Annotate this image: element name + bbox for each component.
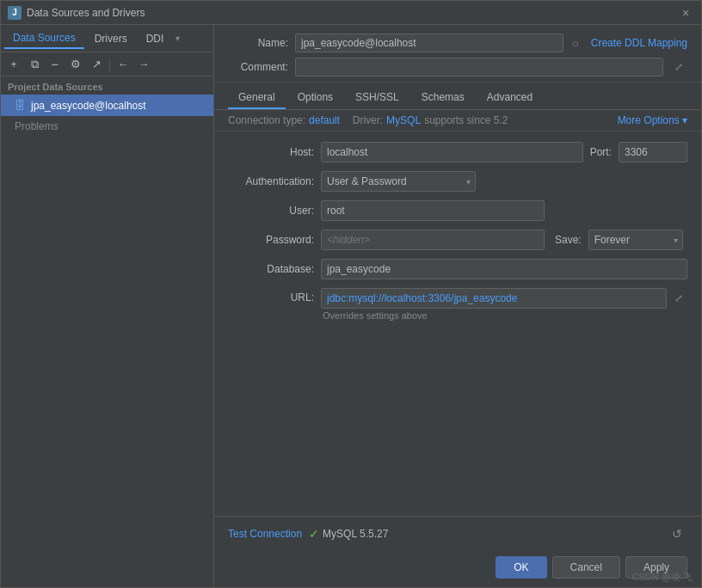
test-connection-status: ✓ MySQL 5.5.27 [309,527,388,541]
tab-options[interactable]: Options [287,87,343,109]
export-button[interactable]: ↗ [87,55,106,74]
bottom-bar: Test Connection ✓ MySQL 5.5.27 ↺ [214,516,701,551]
database-input[interactable] [321,259,687,279]
comment-row: Comment: ⤢ [228,58,687,77]
sidebar-toolbar: + ⧉ − ⚙ ↗ ← → [1,52,213,77]
save-select-wrap: Forever Until restart Never ▾ [588,230,683,250]
copy-datasource-button[interactable]: ⧉ [25,55,44,74]
tab-advanced[interactable]: Advanced [477,87,543,109]
tab-ssh-ssl[interactable]: SSH/SSL [345,87,410,109]
tabs-bar: General Options SSH/SSL Schemas Advanced [214,83,701,110]
watermark: CSDN @凌 飞 [632,571,693,584]
refresh-button[interactable]: ↺ [667,524,687,544]
sidebar-tab-ddl[interactable]: DDI [138,29,173,48]
comment-label: Comment: [228,61,288,73]
url-hint: Overrides settings above [321,310,687,321]
auth-row: Authentication: User & Password No auth … [228,171,687,192]
auth-label: Authentication: [228,175,314,187]
url-label: URL: [228,288,314,303]
more-options-link[interactable]: More Options ▾ [618,114,687,126]
driver-prefix: Driver: [353,114,383,126]
close-button[interactable]: × [677,4,694,21]
back-button[interactable]: ← [114,55,132,74]
dialog-container: J Data Sources and Drivers × Data Source… [0,0,702,588]
test-connection-link[interactable]: Test Connection [228,528,302,540]
project-data-sources-label: Project Data Sources [1,77,213,95]
user-row: User: [228,200,687,221]
user-label: User: [228,205,314,217]
right-panel: Name: ○ Create DDL Mapping Comment: ⤢ Ge… [214,25,701,587]
connection-type-link[interactable]: default [309,114,340,126]
driver-desc: supports since 5.2 [424,114,508,126]
dialog-footer: OK Cancel Apply [214,551,701,587]
host-input[interactable] [321,142,583,162]
host-port-group: Port: [321,142,687,162]
url-input-inner: ⤢ [321,288,687,309]
connection-info-bar: Connection type: default Driver: MySQL s… [214,110,701,132]
comment-input[interactable] [295,58,663,77]
password-label: Password: [228,234,314,246]
url-row: URL: ⤢ Overrides settings above [228,288,687,321]
driver-name-link[interactable]: MySQL [386,114,421,126]
form-area: Host: Port: Authentication: User & Passw… [214,132,701,516]
url-input[interactable] [321,288,667,309]
title-bar-text: Data Sources and Drivers [27,7,677,19]
settings-button[interactable]: ⚙ [66,55,85,74]
host-row: Host: Port: [228,142,687,162]
title-bar: J Data Sources and Drivers × [1,1,701,25]
password-row: Password: Save: Forever Until restart Ne… [228,230,687,250]
database-label: Database: [228,263,314,275]
auth-select[interactable]: User & Password No auth LDAP Kerberos [321,171,476,192]
port-label: Port: [590,146,612,158]
connection-type-prefix: Connection type: [228,114,305,126]
database-row: Database: [228,259,687,279]
user-input[interactable] [321,200,545,221]
sidebar-tabs: Data Sources Drivers DDI ▾ [1,25,213,52]
tab-schemas[interactable]: Schemas [411,87,475,109]
create-ddl-link[interactable]: Create DDL Mapping [591,37,687,49]
port-input[interactable] [619,142,687,162]
datasource-icon: 🗄 [15,99,26,112]
name-label: Name: [228,37,288,49]
sidebar-tab-dropdown-icon[interactable]: ▾ [176,34,180,43]
name-input-wrap: ○ [295,34,584,52]
main-content: Data Sources Drivers DDI ▾ + ⧉ − ⚙ ↗ ← →… [1,25,701,587]
connection-ok-icon: ✓ [309,527,319,541]
save-label: Save: [555,234,582,246]
sidebar-tab-drivers[interactable]: Drivers [86,29,136,48]
host-label: Host: [228,146,314,158]
cancel-button[interactable]: Cancel [552,556,620,579]
sidebar-item-jpa-easycode[interactable]: 🗄 jpa_easycode@localhost [1,95,213,116]
toolbar-separator [109,58,110,71]
comment-expand-icon[interactable]: ⤢ [670,58,687,76]
sidebar: Data Sources Drivers DDI ▾ + ⧉ − ⚙ ↗ ← →… [1,25,214,587]
sidebar-item-label: jpa_easycode@localhost [31,100,146,112]
name-input[interactable] [295,34,563,52]
app-icon: J [8,6,22,20]
remove-datasource-button[interactable]: − [46,55,65,74]
mysql-version-text: MySQL 5.5.27 [323,528,388,540]
ok-button[interactable]: OK [496,556,546,579]
add-datasource-button[interactable]: + [4,55,23,74]
forward-button[interactable]: → [134,55,153,74]
url-expand-icon[interactable]: ⤢ [670,290,687,307]
url-input-wrap: ⤢ Overrides settings above [321,288,687,321]
sidebar-tab-data-sources[interactable]: Data Sources [4,28,84,49]
top-fields: Name: ○ Create DDL Mapping Comment: ⤢ [214,25,701,83]
password-input[interactable] [321,230,545,250]
auth-select-wrap: User & Password No auth LDAP Kerberos ▾ [321,171,476,192]
name-row: Name: ○ Create DDL Mapping [228,34,687,52]
save-select[interactable]: Forever Until restart Never [588,230,683,250]
tab-general[interactable]: General [228,87,286,109]
name-reload-icon[interactable]: ○ [567,34,584,52]
sidebar-problems-item[interactable]: Problems [1,116,213,137]
